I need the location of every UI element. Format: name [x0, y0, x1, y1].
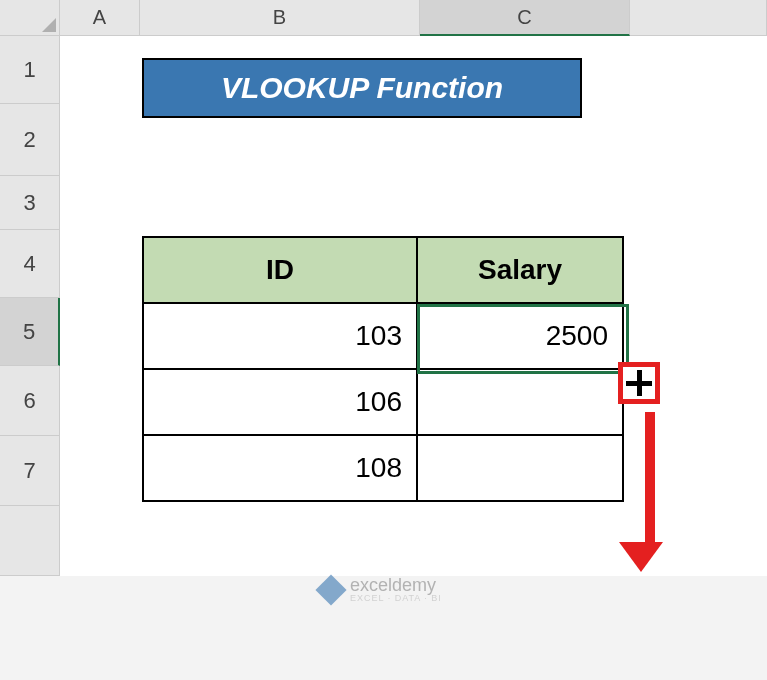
select-all-corner[interactable]	[0, 0, 60, 36]
row-header-2[interactable]: 2	[0, 104, 60, 176]
cell-id[interactable]: 108	[143, 435, 417, 501]
col-header-c[interactable]: C	[420, 0, 630, 36]
data-table: ID Salary 103 2500 106 108	[142, 236, 624, 502]
cell-id[interactable]: 106	[143, 369, 417, 435]
table-header-row: ID Salary	[143, 237, 623, 303]
watermark-tagline: EXCEL · DATA · BI	[350, 594, 442, 603]
row-header-6[interactable]: 6	[0, 366, 60, 436]
row-header-blank	[0, 506, 60, 576]
arrow-down-icon	[636, 412, 663, 572]
cell-id[interactable]: 103	[143, 303, 417, 369]
cell-area[interactable]: VLOOKUP Function ID Salary 103 2500 106 …	[60, 36, 767, 576]
cell-salary[interactable]	[417, 369, 623, 435]
title-banner: VLOOKUP Function	[142, 58, 582, 118]
col-header-b[interactable]: B	[140, 0, 420, 36]
row-header-3[interactable]: 3	[0, 176, 60, 230]
row-header-5[interactable]: 5	[0, 298, 60, 366]
col-header-a[interactable]: A	[60, 0, 140, 36]
logo-icon	[315, 574, 346, 605]
cell-salary[interactable]	[417, 435, 623, 501]
table-row[interactable]: 103 2500	[143, 303, 623, 369]
fill-handle-icon[interactable]	[618, 362, 660, 404]
table-row[interactable]: 108	[143, 435, 623, 501]
col-header-blank	[630, 0, 767, 36]
plus-icon	[626, 381, 652, 386]
watermark-brand: exceldemy	[350, 576, 442, 594]
table-row[interactable]: 106	[143, 369, 623, 435]
header-id: ID	[143, 237, 417, 303]
watermark: exceldemy EXCEL · DATA · BI	[320, 576, 442, 603]
row-header-1[interactable]: 1	[0, 36, 60, 104]
row-header-7[interactable]: 7	[0, 436, 60, 506]
row-header-4[interactable]: 4	[0, 230, 60, 298]
header-salary: Salary	[417, 237, 623, 303]
spreadsheet-grid: A B C 1 VLOOKUP Function ID Salary 103 2…	[0, 0, 767, 576]
cell-salary[interactable]: 2500	[417, 303, 623, 369]
